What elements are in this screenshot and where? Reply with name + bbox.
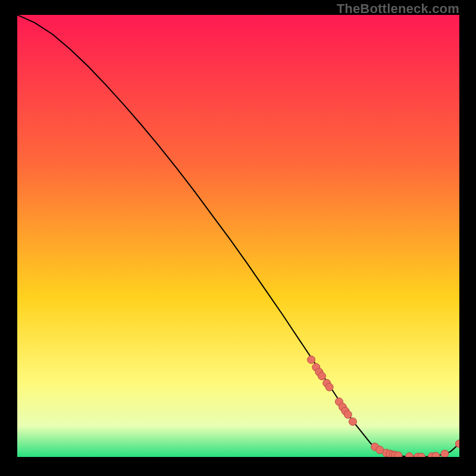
data-point: [441, 450, 449, 457]
chart-stage: TheBottleneck.com: [0, 0, 476, 476]
plot-background: [17, 15, 459, 457]
data-point: [432, 452, 440, 457]
data-point: [308, 356, 315, 364]
data-point: [318, 372, 325, 380]
data-point: [325, 383, 333, 391]
data-point: [394, 452, 402, 457]
data-point: [344, 411, 352, 418]
chart-plot: [17, 15, 459, 457]
data-point: [349, 418, 356, 425]
